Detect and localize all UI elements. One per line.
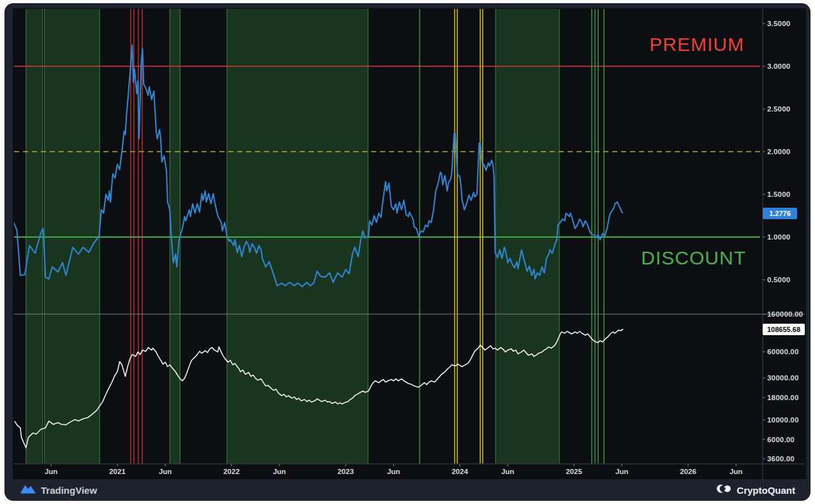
cryptoquant-link[interactable]: CryptoQuant <box>717 483 795 497</box>
tradingview-logo-icon <box>20 483 36 498</box>
tradingview-link[interactable]: TradingView <box>20 483 97 498</box>
plot-svg[interactable] <box>0 0 815 504</box>
chart-screenshot: PREMIUM DISCOUNT 3.50003.00002.50002.000… <box>0 0 815 504</box>
cryptoquant-label: CryptoQuant <box>737 485 795 496</box>
cryptoquant-logo-icon <box>717 483 732 497</box>
footer-bar: TradingView CryptoQuant <box>4 479 811 501</box>
tradingview-label: TradingView <box>41 485 97 496</box>
